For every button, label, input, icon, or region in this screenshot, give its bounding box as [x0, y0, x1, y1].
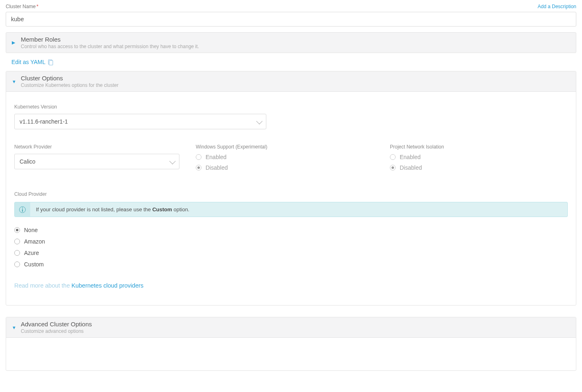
radio-icon — [390, 154, 396, 160]
project-isolation-disabled: Disabled — [390, 164, 568, 171]
read-more-link[interactable]: Kubernetes cloud providers — [71, 282, 144, 289]
clipboard-icon — [48, 60, 53, 65]
cloud-provider-label: Cloud Provider — [14, 191, 568, 197]
radio-label: Azure — [24, 250, 39, 256]
radio-label: Custom — [24, 261, 44, 268]
cloud-provider-custom[interactable]: Custom — [14, 261, 568, 268]
cloud-provider-none[interactable]: None — [14, 227, 568, 233]
info-text-suffix: option. — [172, 206, 190, 213]
k8s-version-label: Kubernetes Version — [14, 104, 266, 110]
cloud-provider-amazon[interactable]: Amazon — [14, 238, 568, 245]
advanced-options-subtitle: Customize advanced options — [21, 328, 92, 334]
radio-icon — [14, 250, 20, 256]
k8s-version-select[interactable]: v1.11.6-rancher1-1 — [14, 114, 266, 129]
radio-icon — [14, 261, 20, 267]
windows-support-disabled: Disabled — [196, 164, 374, 171]
radio-label: None — [24, 227, 38, 233]
read-more-prefix: Read more about the — [14, 282, 71, 289]
cloud-provider-azure[interactable]: Azure — [14, 250, 568, 256]
radio-icon — [196, 165, 201, 171]
radio-icon — [14, 227, 20, 233]
network-provider-select[interactable]: Calico — [14, 154, 179, 169]
radio-label: Enabled — [400, 154, 420, 160]
network-provider-value: Calico — [20, 158, 35, 165]
chevron-right-icon: ▶ — [12, 40, 16, 45]
cluster-name-label: Cluster Name — [6, 4, 35, 9]
network-provider-label: Network Provider — [14, 144, 179, 150]
advanced-options-panel[interactable]: ▼ Advanced Cluster Options Customize adv… — [6, 317, 576, 338]
edit-as-yaml-link[interactable]: Edit as YAML — [11, 59, 53, 65]
cluster-name-input[interactable] — [6, 12, 576, 27]
edit-as-yaml-label: Edit as YAML — [11, 59, 46, 65]
radio-label: Enabled — [206, 154, 226, 160]
info-text-bold: Custom — [152, 206, 172, 213]
windows-support-enabled: Enabled — [196, 154, 374, 160]
advanced-options-title: Advanced Cluster Options — [21, 321, 92, 328]
project-isolation-label: Project Network Isolation — [390, 144, 568, 150]
required-indicator: * — [36, 3, 38, 9]
radio-label: Disabled — [206, 164, 228, 171]
radio-icon — [390, 165, 396, 171]
radio-label: Amazon — [24, 238, 45, 245]
member-roles-title: Member Roles — [21, 36, 199, 43]
windows-support-label: Windows Support (Experimental) — [196, 144, 374, 150]
info-icon — [19, 206, 26, 213]
cluster-options-panel[interactable]: ▼ Cluster Options Customize Kubernetes o… — [6, 71, 576, 92]
chevron-down-icon: ▼ — [12, 325, 16, 330]
member-roles-panel[interactable]: ▶ Member Roles Control who has access to… — [6, 32, 576, 53]
member-roles-subtitle: Control who has access to the cluster an… — [21, 44, 199, 49]
project-isolation-enabled: Enabled — [390, 154, 568, 160]
cluster-options-title: Cluster Options — [21, 75, 118, 82]
cloud-provider-info: If your cloud provider is not listed, pl… — [14, 202, 568, 217]
add-description-link[interactable]: Add a Description — [538, 4, 576, 9]
chevron-down-icon: ▼ — [12, 79, 16, 84]
radio-icon — [14, 239, 20, 244]
info-text-prefix: If your cloud provider is not listed, pl… — [36, 206, 152, 213]
cluster-options-subtitle: Customize Kubernetes options for the clu… — [21, 82, 118, 88]
radio-icon — [196, 154, 201, 160]
advanced-options-body — [6, 338, 576, 370]
k8s-version-value: v1.11.6-rancher1-1 — [20, 118, 68, 125]
radio-label: Disabled — [400, 164, 422, 171]
chevron-down-icon — [256, 118, 263, 124]
chevron-down-icon — [169, 158, 176, 164]
